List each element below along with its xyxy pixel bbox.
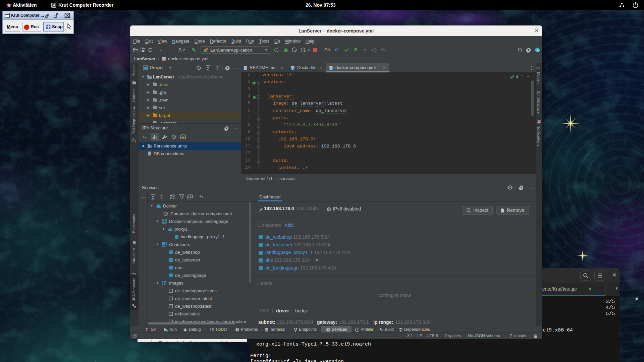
svg-text:MD: MD [244,68,247,70]
svg-text:D: D [292,68,293,70]
svg-text:DC: DC [330,68,332,70]
svg-text:YML: YML [162,59,166,61]
